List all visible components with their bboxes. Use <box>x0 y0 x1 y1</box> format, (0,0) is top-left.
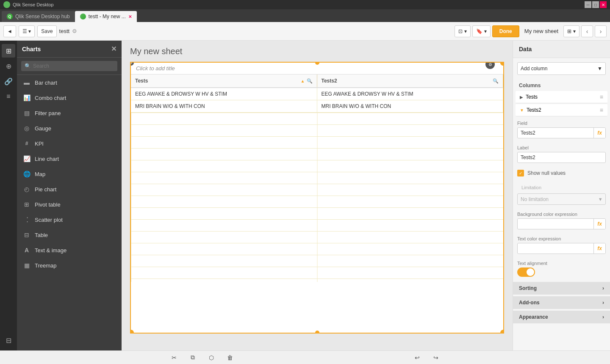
bg-color-fx-button[interactable]: fx <box>593 219 605 229</box>
undo-button[interactable]: ↩ <box>412 353 422 363</box>
widget-edge-bottom[interactable] <box>315 331 319 334</box>
field-input[interactable] <box>518 128 593 138</box>
next-sheet-button[interactable]: › <box>595 25 607 37</box>
sorting-chevron: › <box>602 285 604 291</box>
bg-color-input[interactable] <box>518 219 593 229</box>
save-button[interactable]: Save <box>37 25 56 37</box>
left-nav-panel[interactable]: ⊟ <box>2 334 15 347</box>
text-align-toggle[interactable] <box>517 267 535 277</box>
sidebar-item-bar-chart[interactable]: ▬ Bar chart <box>17 75 122 90</box>
sidebar-item-pie-chart[interactable]: ◴ Pie chart <box>17 182 122 197</box>
sidebar-item-label: Treemap <box>35 262 57 269</box>
field-fx-button[interactable]: fx <box>593 128 605 138</box>
text-color-group: Text color expression fx <box>513 233 610 257</box>
show-null-checkbox[interactable]: ✓ <box>517 170 524 176</box>
nav-menu-icon: ☰ ▾ <box>22 28 31 34</box>
sidebar-item-pivot-table[interactable]: ⊞ Pivot table <box>17 197 122 212</box>
columns-section-label: Columns <box>513 79 610 90</box>
col-search-icon[interactable]: 🔍 <box>307 78 313 84</box>
monitor-button[interactable]: ⊡ ▾ <box>455 25 471 37</box>
search-input[interactable] <box>21 61 117 71</box>
sidebar-item-label: Scatter plot <box>35 217 63 223</box>
delete-button[interactable]: 🗑 <box>225 353 235 363</box>
bg-color-group: Background color expression fx <box>513 208 610 233</box>
copy-button[interactable]: ⬡ <box>206 353 216 363</box>
pie-chart-icon: ◴ <box>23 185 30 193</box>
maximize-button[interactable]: □ <box>592 1 599 8</box>
bg-color-label: Background color expression <box>517 212 606 217</box>
text-color-label: Text color expression <box>517 236 606 241</box>
prev-icon: ‹ <box>586 28 588 35</box>
duplicate-button[interactable]: ⧉ <box>188 353 198 363</box>
redo-button[interactable]: ↪ <box>431 353 441 363</box>
addons-section[interactable]: Add-ons › <box>513 296 610 309</box>
sidebar-item-gauge[interactable]: ◎ Gauge <box>17 121 122 136</box>
left-nav-puzzle[interactable]: ⊕ <box>2 59 15 73</box>
widget-corner-bl[interactable] <box>130 330 134 334</box>
sidebar-item-treemap[interactable]: ▦ Treemap <box>17 258 122 273</box>
prev-sheet-button[interactable]: ‹ <box>581 25 593 37</box>
label-input[interactable] <box>518 152 605 163</box>
bg-color-input-wrap: fx <box>517 218 606 229</box>
sidebar-item-text-image[interactable]: A Text & image <box>17 243 122 258</box>
show-null-row: ✓ Show null values <box>513 166 610 180</box>
sidebar-item-filter-pane[interactable]: ▤ Filter pane <box>17 105 122 121</box>
layout-button[interactable]: ⊞ ▾ <box>563 25 580 37</box>
text-color-input-wrap: fx <box>517 243 606 254</box>
nav-menu-button[interactable]: ☰ ▾ <box>19 25 35 37</box>
canvas-area: My new sheet ⊕ ⚙ Click to add title Test… <box>122 41 513 350</box>
col-tests2-search-icon[interactable]: 🔍 <box>493 78 499 84</box>
cut-button[interactable]: ✂ <box>169 353 179 363</box>
table-row[interactable]: EEG AWAKE & DROWSY W HV & STIM EEG AWAKE… <box>131 88 503 100</box>
toolbar: ◄ ☰ ▾ Save testt ⚙ ⊡ ▾ 🔖 ▾ Done My new s… <box>0 22 610 41</box>
back-button[interactable]: ◄ <box>3 25 16 37</box>
left-nav: ⊞ ⊕ 🔗 ≡ ⊟ <box>0 41 17 350</box>
add-column-button[interactable]: Add column ▼ <box>517 62 606 75</box>
sidebar-item-label: Text & image <box>35 247 67 254</box>
sidebar-item-combo-chart[interactable]: 📊 Combo chart <box>17 90 122 105</box>
sidebar-item-line-chart[interactable]: 📈 Line chart <box>17 151 122 166</box>
bookmark-button[interactable]: 🔖 ▾ <box>472 25 491 37</box>
widget-corner-br[interactable] <box>500 330 504 334</box>
left-nav-grid[interactable]: ⊞ <box>2 44 15 58</box>
text-align-label: Text alignment <box>517 261 606 266</box>
table-row[interactable]: MRI BRAIN W/O & WITH CON MRI BRAIN W/O &… <box>131 100 503 113</box>
limitation-select[interactable] <box>518 194 596 204</box>
done-button[interactable]: Done <box>492 25 519 37</box>
close-button[interactable]: ✕ <box>600 1 607 8</box>
tab-sheet[interactable]: testt - My new ... ✕ <box>75 11 137 22</box>
minimize-button[interactable]: ─ <box>585 1 591 8</box>
sorting-section[interactable]: Sorting › <box>513 282 610 295</box>
scatter-plot-icon: ⁚ <box>23 216 30 223</box>
left-nav-link[interactable]: 🔗 <box>2 74 15 88</box>
pivot-table-icon: ⊞ <box>23 201 30 208</box>
col-tests-label: Tests <box>135 78 148 84</box>
sidebar-item-label: Pivot table <box>35 201 61 208</box>
col-sort-icon[interactable]: ▲ <box>301 79 305 83</box>
tab-bar: Q Qlik Sense Desktop hub testt - My new … <box>0 9 610 22</box>
show-null-label: Show null values <box>527 170 566 176</box>
text-align-group: Text alignment <box>513 257 610 280</box>
appearance-section[interactable]: Appearance › <box>513 311 610 323</box>
addons-label: Add-ons <box>519 300 540 306</box>
column-item-tests2[interactable]: ▼ Tests2 ≡ <box>516 104 607 116</box>
monitor-icon: ⊡ <box>458 28 463 34</box>
column-item-tests[interactable]: ▶ Tests ≡ <box>516 91 607 103</box>
tests2-drag-handle[interactable]: ≡ <box>600 107 603 113</box>
sidebar-item-kpi[interactable]: # KPI <box>17 136 122 151</box>
text-color-fx-button[interactable]: fx <box>593 243 605 254</box>
tab-close-icon[interactable]: ✕ <box>128 14 132 19</box>
tab-hub-icon: Q <box>7 14 13 19</box>
sidebar-item-map[interactable]: 🌐 Map <box>17 166 122 182</box>
text-color-input[interactable] <box>518 243 593 254</box>
sidebar-item-table[interactable]: ⊟ Table <box>17 227 122 243</box>
tab-hub[interactable]: Q Qlik Sense Desktop hub <box>2 11 75 22</box>
sidebar-item-scatter-plot[interactable]: ⁚ Scatter plot <box>17 212 122 227</box>
tests-expand-icon: ▶ <box>520 95 523 99</box>
sidebar-item-label: Bar chart <box>35 80 57 86</box>
sidebar-close-icon[interactable]: ✕ <box>111 45 116 53</box>
tests-drag-handle[interactable]: ≡ <box>600 94 603 100</box>
app-name-settings-icon[interactable]: ⚙ <box>72 28 77 34</box>
field-group: Field fx <box>513 117 610 142</box>
left-nav-layers[interactable]: ≡ <box>2 90 15 103</box>
